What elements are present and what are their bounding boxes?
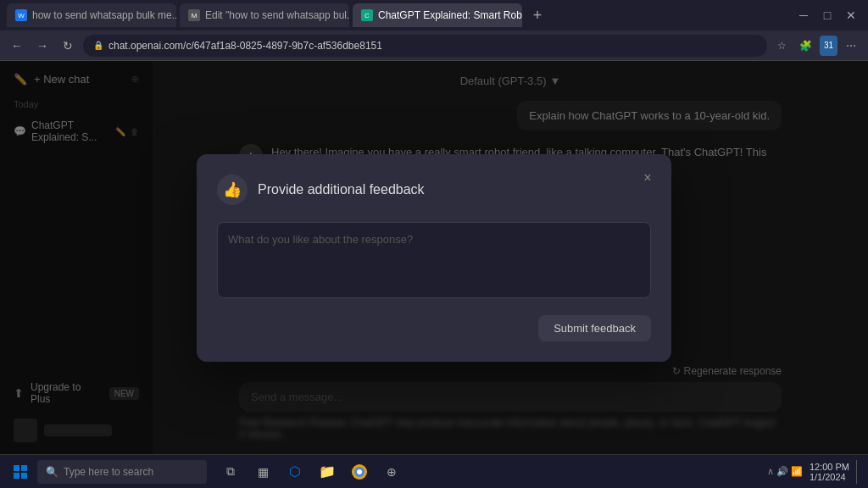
nav-bar: ← → ↻ 🔒 chat.openai.com/c/647af1a8-0825-… <box>0 30 868 61</box>
system-icons: ∧ 🔊 📶 <box>767 466 803 477</box>
win-sq-1 <box>14 465 19 471</box>
tab-3-label: ChatGPT Explained: Smart Robo... <box>378 9 522 21</box>
tab-1[interactable]: W how to send whatsapp bulk me... ✕ <box>7 3 176 27</box>
taskbar-search-icon: 🔍 <box>46 466 58 478</box>
tab-2-label: Edit "how to send whatsapp bul... <box>205 9 349 21</box>
windows-start-button[interactable] <box>7 458 34 485</box>
taskbar-clock: 12:00 PM1/1/2024 <box>810 462 849 482</box>
minimize-button[interactable]: ─ <box>793 5 814 25</box>
modal-title: Provide additional feedback <box>258 182 425 197</box>
taskbar: 🔍 Type here to search ⧉ ▦ ⬡ 📁 ⊕ ∧ 🔊 📶 12… <box>0 454 868 488</box>
address-bar[interactable]: 🔒 chat.openai.com/c/647af1a8-0825-4897-9… <box>83 35 767 57</box>
taskbar-search-box[interactable]: 🔍 Type here to search <box>37 460 207 484</box>
tab-1-favicon: W <box>15 9 27 21</box>
reload-button[interactable]: ↻ <box>58 36 78 56</box>
more-button[interactable]: ⋯ <box>841 36 861 56</box>
modal-footer: Submit feedback <box>217 315 651 341</box>
edge-browser-icon[interactable]: ⬡ <box>281 458 309 485</box>
main-area: ✏️ + New chat ⊕ Today 💬 ChatGPT Explaine… <box>0 61 868 454</box>
taskbar-search-text: Type here to search <box>64 466 153 478</box>
win-sq-2 <box>21 465 27 471</box>
win-sq-4 <box>21 473 27 479</box>
widgets-button[interactable]: ▦ <box>249 458 276 485</box>
modal-overlay: 👍 Provide additional feedback × Submit f… <box>0 61 868 454</box>
taskbar-right: ∧ 🔊 📶 12:00 PM1/1/2024 <box>767 460 861 484</box>
app-icon-extra[interactable]: ⊕ <box>378 458 405 485</box>
tab-1-label: how to send whatsapp bulk me... <box>32 9 176 21</box>
extensions-button[interactable]: 🧩 <box>796 36 816 56</box>
tab-bar: W how to send whatsapp bulk me... ✕ M Ed… <box>0 0 868 30</box>
tab-2[interactable]: M Edit "how to send whatsapp bul... ✕ <box>180 3 349 27</box>
show-desktop-button[interactable] <box>856 460 861 484</box>
chrome-icon[interactable] <box>346 458 373 485</box>
nav-actions: ☆ 🧩 31 ⋯ <box>772 36 861 56</box>
feedback-textarea[interactable] <box>217 222 651 298</box>
back-button[interactable]: ← <box>7 36 27 56</box>
file-explorer-icon[interactable]: 📁 <box>314 458 341 485</box>
svg-point-2 <box>357 469 362 474</box>
tab-3-favicon: C <box>361 9 373 21</box>
forward-button[interactable]: → <box>32 36 53 56</box>
task-view-button[interactable]: ⧉ <box>217 458 244 485</box>
submit-feedback-button[interactable]: Submit feedback <box>538 315 651 341</box>
maximize-button[interactable]: □ <box>817 5 837 25</box>
thumbs-up-icon: 👍 <box>217 175 248 205</box>
modal-close-button[interactable]: × <box>637 168 658 188</box>
win-sq-3 <box>14 473 19 479</box>
feedback-modal: 👍 Provide additional feedback × Submit f… <box>197 154 671 362</box>
close-button[interactable]: ✕ <box>841 5 861 25</box>
browser-chrome: W how to send whatsapp bulk me... ✕ M Ed… <box>0 0 868 61</box>
modal-header: 👍 Provide additional feedback <box>217 175 651 205</box>
address-text: chat.openai.com/c/647af1a8-0825-4897-9b7… <box>108 40 382 52</box>
taskbar-icons: ⧉ ▦ ⬡ 📁 ⊕ <box>217 458 405 485</box>
tab-3[interactable]: C ChatGPT Explained: Smart Robo... ✕ <box>353 3 522 27</box>
bookmark-button[interactable]: ☆ <box>772 36 793 56</box>
profile-button[interactable]: 31 <box>820 36 837 56</box>
lock-icon: 🔒 <box>93 41 103 50</box>
tab-2-favicon: M <box>188 9 200 21</box>
new-tab-button[interactable]: + <box>526 3 549 27</box>
